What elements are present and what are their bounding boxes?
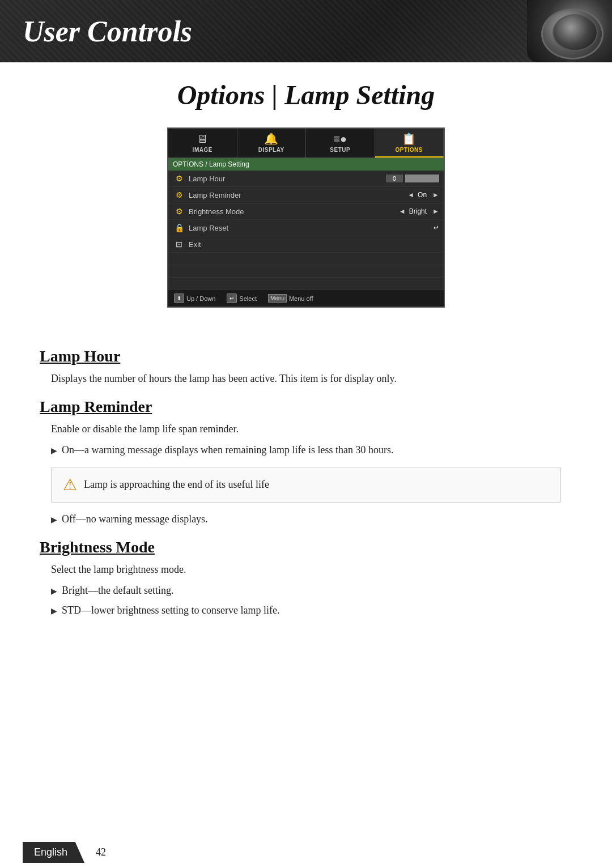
bullet-arrow-off: ▶	[51, 514, 57, 526]
setup-icon: ≡●	[333, 133, 347, 144]
lamp-hour-value: 0	[386, 175, 403, 182]
lamp-hour-body: Displays the number of hours the lamp ha…	[40, 371, 572, 386]
menu-box: 🖥 IMAGE 🔔 DISPLAY ≡● SETUP 📋 OPTIONS OPT…	[167, 127, 445, 308]
lamp-reminder-right-arrow: ►	[432, 191, 439, 199]
warning-text: Lamp is approaching the end of its usefu…	[84, 479, 269, 491]
menu-items: ⚙ Lamp Hour 0 ⚙ Lamp Reminder ◄ On ► ⚙ B…	[168, 171, 444, 290]
bullet-arrow-std: ▶	[51, 605, 57, 617]
nav-up-down-label: Up / Down	[186, 295, 215, 302]
bullet-arrow-bright: ▶	[51, 585, 57, 597]
nav-select: ↵ Select	[227, 293, 257, 303]
brightness-bullet-bright: ▶ Bright—the default setting.	[51, 583, 572, 598]
brightness-mode-heading: Brightness Mode	[40, 538, 572, 556]
page-title-section: Options | Lamp Setting	[0, 62, 612, 122]
nav-menu-off: Menu Menu off	[268, 294, 313, 303]
tab-options[interactable]: 📋 OPTIONS	[375, 129, 444, 158]
menu-container: 🖥 IMAGE 🔔 DISPLAY ≡● SETUP 📋 OPTIONS OPT…	[0, 127, 612, 308]
menu-row-brightness-mode[interactable]: ⚙ Brightness Mode ◄ Bright ►	[168, 203, 444, 220]
brightness-bright-text: Bright—the default setting.	[62, 583, 173, 598]
options-icon: 📋	[402, 133, 416, 144]
lamp-reminder-icon: ⚙	[173, 190, 185, 200]
tab-setup-label: SETUP	[330, 147, 350, 153]
lamp-reminder-bullet-on: ▶ On—a warning message displays when rem…	[51, 442, 572, 458]
up-down-icon: ⬆	[174, 293, 184, 303]
menu-row-lamp-reminder[interactable]: ⚙ Lamp Reminder ◄ On ►	[168, 187, 444, 203]
tab-display-label: DISPLAY	[258, 147, 284, 153]
lamp-reminder-body: Enable or disable the lamp life span rem…	[40, 422, 572, 437]
language-label: English	[34, 846, 67, 858]
breadcrumb: OPTIONS / Lamp Setting	[168, 158, 444, 171]
page-title: Options | Lamp Setting	[177, 80, 435, 110]
nav-select-label: Select	[239, 295, 257, 302]
brightness-bullet-std: ▶ STD—lower brightness setting to conser…	[51, 603, 572, 618]
menu-empty-row-2	[168, 265, 444, 278]
lamp-reminder-label: Lamp Reminder	[189, 191, 405, 199]
section-lamp-reminder: Lamp Reminder Enable or disable the lamp…	[40, 398, 572, 527]
menu-empty-row-1	[168, 253, 444, 265]
lamp-hour-icon: ⚙	[173, 173, 185, 184]
language-badge: English	[23, 842, 84, 863]
menu-bottom-bar: ⬆ Up / Down ↵ Select Menu Menu off	[168, 290, 444, 307]
tab-bar: 🖥 IMAGE 🔔 DISPLAY ≡● SETUP 📋 OPTIONS	[168, 129, 444, 158]
menu-empty-row-3	[168, 278, 444, 290]
lamp-reminder-value: On	[418, 191, 427, 199]
brightness-std-text: STD—lower brightness setting to conserve…	[62, 603, 279, 618]
menu-row-lamp-hour[interactable]: ⚙ Lamp Hour 0	[168, 171, 444, 187]
menu-tag: Menu	[268, 294, 287, 303]
select-icon: ↵	[227, 293, 237, 303]
nav-up-down: ⬆ Up / Down	[174, 293, 215, 303]
exit-icon: ⊡	[173, 239, 185, 249]
exit-label: Exit	[189, 240, 439, 249]
lamp-reset-icon: 🔒	[173, 223, 185, 233]
lamp-reset-enter: ↵	[434, 224, 439, 232]
tab-setup[interactable]: ≡● SETUP	[306, 129, 375, 158]
brightness-mode-right-arrow: ►	[432, 207, 439, 215]
image-icon: 🖥	[197, 133, 208, 144]
bullet-arrow-on: ▶	[51, 445, 57, 457]
section-brightness-mode: Brightness Mode Select the lamp brightne…	[40, 538, 572, 618]
lamp-hour-label: Lamp Hour	[189, 175, 386, 183]
lamp-reminder-bullet-off: ▶ Off—no warning message displays.	[51, 512, 572, 527]
lens-decoration	[527, 0, 612, 62]
lamp-reset-label: Lamp Reset	[189, 224, 434, 232]
section-lamp-hour: Lamp Hour Displays the number of hours t…	[40, 347, 572, 386]
lamp-hour-heading: Lamp Hour	[40, 347, 572, 365]
brightness-mode-icon: ⚙	[173, 206, 185, 216]
lamp-reminder-off-text: Off—no warning message displays.	[62, 512, 208, 527]
lamp-reminder-heading: Lamp Reminder	[40, 398, 572, 416]
menu-row-lamp-reset[interactable]: 🔒 Lamp Reset ↵	[168, 220, 444, 236]
tab-display[interactable]: 🔔 DISPLAY	[237, 129, 307, 158]
lamp-reminder-on-text: On—a warning message displays when remai…	[62, 442, 393, 458]
brightness-mode-left-arrow: ◄	[399, 207, 406, 215]
warning-icon: ⚠	[63, 475, 77, 494]
lens-inner2	[552, 14, 598, 51]
page-number: 42	[96, 846, 106, 858]
tab-image-label: IMAGE	[193, 147, 212, 153]
brightness-mode-body: Select the lamp brightness mode.	[40, 562, 572, 577]
brightness-mode-label: Brightness Mode	[189, 207, 397, 216]
content-area: Lamp Hour Displays the number of hours t…	[0, 325, 612, 645]
lamp-reminder-left-arrow: ◄	[407, 191, 414, 199]
tab-options-label: OPTIONS	[395, 147, 423, 153]
header-banner: User Controls	[0, 0, 612, 62]
header-title: User Controls	[23, 15, 192, 48]
menu-row-exit[interactable]: ⊡ Exit	[168, 236, 444, 253]
warning-box: ⚠ Lamp is approaching the end of its use…	[51, 467, 561, 503]
brightness-mode-value: Bright	[409, 207, 427, 215]
tab-image[interactable]: 🖥 IMAGE	[168, 129, 237, 158]
footer: English 42	[0, 837, 612, 868]
display-icon: 🔔	[264, 133, 278, 144]
nav-menu-off-label: Menu off	[289, 295, 313, 302]
lamp-hour-bar	[405, 175, 439, 182]
